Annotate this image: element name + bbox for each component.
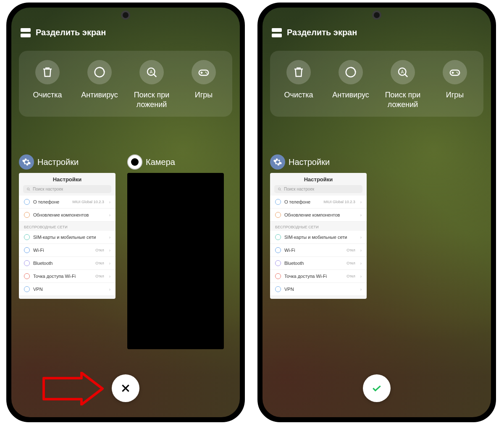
- svg-point-4: [205, 72, 207, 73]
- tool-antivirus[interactable]: Антивирус: [74, 60, 126, 109]
- row-vpn: VPN›: [19, 283, 116, 296]
- annotation-arrow: [42, 372, 109, 405]
- settings-icon: [19, 154, 34, 170]
- camera-preview-card[interactable]: [127, 173, 224, 349]
- app-title: Настройки: [37, 157, 79, 167]
- svg-point-11: [457, 72, 458, 73]
- svg-rect-3: [199, 70, 209, 76]
- tool-antivirus[interactable]: Антивирус: [325, 60, 377, 109]
- confirm-button[interactable]: [363, 374, 391, 402]
- camera-icon: [127, 154, 142, 170]
- recent-apps: Настройки Настройки Поиск настроек О тел…: [262, 117, 491, 299]
- row-sim: SIM-карты и мобильные сети›: [270, 231, 367, 244]
- phone-frame-left: Разделить экран Очистка Антивирус A Поис…: [6, 3, 245, 422]
- row-about-phone: О телефоне MIUI Global 10.2.3›: [270, 196, 367, 209]
- app-title: Настройки: [289, 157, 330, 167]
- card-title: Настройки: [270, 173, 367, 185]
- search-app-icon: A: [391, 60, 415, 84]
- app-header: Настройки: [270, 154, 371, 170]
- side-button: [495, 90, 496, 119]
- row-updates: Обновление компонентов ›: [19, 209, 116, 222]
- row-wifi: Wi-Fi Откл›: [19, 244, 116, 257]
- row-wifi: Wi-Fi Откл›: [270, 244, 367, 257]
- screen-left: Разделить экран Очистка Антивирус A Поис…: [11, 8, 240, 417]
- split-screen-icon: [272, 28, 282, 37]
- svg-point-12: [457, 73, 459, 74]
- svg-rect-10: [450, 70, 460, 76]
- split-screen-label: Разделить экран: [287, 28, 357, 37]
- split-screen-label: Разделить экран: [36, 28, 106, 37]
- section-wireless: БЕСПРОВОДНЫЕ СЕТИ: [19, 222, 116, 231]
- side-button: [495, 128, 496, 174]
- front-camera: [121, 10, 130, 20]
- settings-icon: [270, 154, 285, 170]
- section-wireless: БЕСПРОВОДНЫЕ СЕТИ: [270, 222, 367, 231]
- tool-games[interactable]: Игры: [178, 60, 230, 109]
- screen-right: Разделить экран Очистка Антивирус A Поис…: [262, 8, 491, 417]
- row-vpn: VPN›: [270, 283, 367, 296]
- check-icon: [371, 383, 382, 394]
- recent-app-settings[interactable]: Настройки Настройки Поиск настроек О тел…: [19, 154, 120, 349]
- card-title: Настройки: [19, 173, 116, 185]
- settings-preview-card[interactable]: Настройки Поиск настроек О телефоне MIUI…: [270, 173, 367, 299]
- gamepad-icon: [443, 60, 467, 84]
- settings-preview-card[interactable]: Настройки Поиск настроек О телефоне MIUI…: [19, 173, 116, 299]
- security-tools-panel: Очистка Антивирус A Поиск при ложений Иг…: [270, 51, 483, 117]
- tool-app-search[interactable]: A Поиск при ложений: [126, 60, 178, 109]
- recent-app-camera[interactable]: Камера: [127, 154, 228, 349]
- close-icon: [120, 383, 131, 394]
- app-header: Настройки: [19, 154, 120, 170]
- row-about-phone: О телефоне MIUI Global 10.2.3›: [19, 196, 116, 209]
- row-updates: Обновление компонентов ›: [270, 209, 367, 222]
- tool-cleaner[interactable]: Очистка: [273, 60, 325, 109]
- security-tools-panel: Очистка Антивирус A Поиск при ложений Иг…: [19, 51, 232, 117]
- phone-frame-right: Разделить экран Очистка Антивирус A Поис…: [257, 3, 496, 422]
- app-title: Камера: [146, 157, 175, 167]
- row-hotspot: Точка доступа Wi-Fi Откл›: [19, 270, 116, 283]
- row-sim: SIM-карты и мобильные сети›: [19, 231, 116, 244]
- row-bluetooth: Bluetooth Откл›: [19, 257, 116, 270]
- svg-point-6: [27, 188, 29, 190]
- settings-search: Поиск настроек: [274, 185, 362, 193]
- row-bluetooth: Bluetooth Откл›: [270, 257, 367, 270]
- svg-text:A: A: [401, 70, 404, 74]
- split-screen-icon: [21, 28, 31, 37]
- tool-games[interactable]: Игры: [429, 60, 481, 109]
- scan-icon: [339, 60, 363, 84]
- recent-app-settings[interactable]: Настройки Настройки Поиск настроек О тел…: [270, 154, 371, 299]
- gamepad-icon: [192, 60, 216, 84]
- row-hotspot: Точка доступа Wi-Fi Откл›: [270, 270, 367, 283]
- side-button: [244, 128, 245, 174]
- search-app-icon: A: [139, 60, 164, 84]
- svg-point-13: [278, 188, 281, 190]
- side-button: [244, 90, 245, 119]
- trash-icon: [35, 60, 60, 84]
- svg-point-5: [206, 73, 207, 74]
- settings-search: Поиск настроек: [23, 185, 111, 193]
- front-camera: [372, 10, 381, 20]
- close-all-button[interactable]: [112, 374, 139, 402]
- scan-icon: [87, 60, 112, 84]
- tool-app-search[interactable]: A Поиск при ложений: [377, 60, 429, 109]
- app-header: Камера: [127, 154, 228, 170]
- svg-text:A: A: [150, 70, 152, 74]
- tool-cleaner[interactable]: Очистка: [21, 60, 74, 109]
- recent-apps: Настройки Настройки Поиск настроек О тел…: [11, 117, 240, 349]
- trash-icon: [286, 60, 311, 84]
